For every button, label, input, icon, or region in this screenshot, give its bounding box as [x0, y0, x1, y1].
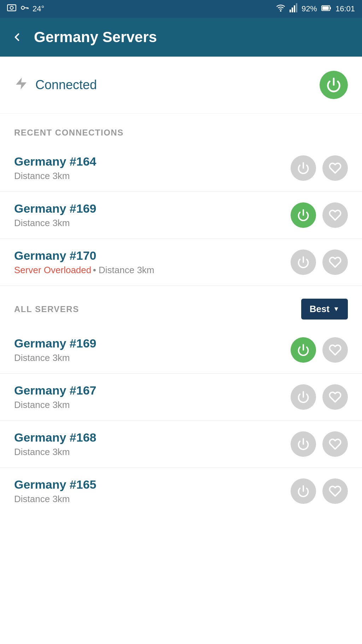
server-info: Germany #170 Server Overloaded • Distanc… [14, 249, 291, 276]
server-actions [291, 202, 348, 228]
svg-rect-7 [290, 10, 291, 12]
server-name: Germany #167 [14, 384, 291, 397]
server-name: Germany #169 [14, 202, 291, 215]
header: Germany Servers [0, 18, 362, 57]
battery-icon [321, 4, 331, 13]
list-item: Germany #169 Distance 3km [0, 192, 362, 239]
wifi-icon [276, 3, 285, 15]
server-info: Germany #165 Distance 3km [14, 478, 291, 505]
svg-rect-9 [294, 5, 295, 12]
recent-connections-label: RECENT CONNECTIONS [0, 114, 362, 145]
status-bar-left: 24° [7, 3, 44, 15]
svg-marker-14 [16, 77, 27, 89]
list-item: Germany #167 Distance 3km [0, 374, 362, 421]
server-name: Germany #168 [14, 431, 291, 444]
header-title: Germany Servers [34, 29, 157, 46]
server-distance: Distance 3km [14, 171, 291, 182]
server-name: Germany #170 [14, 249, 291, 263]
svg-point-1 [10, 6, 13, 10]
time: 16:01 [335, 4, 355, 13]
server-info: Germany #164 Distance 3km [14, 155, 291, 182]
server-actions [291, 155, 348, 181]
server-distance: Distance 3km [14, 399, 291, 410]
connection-status-row: Connected [0, 57, 362, 114]
connect-button[interactable] [291, 478, 316, 504]
status-bar: 24° 92% 16:01 [0, 0, 362, 18]
svg-rect-8 [292, 7, 293, 12]
overloaded-label: Server Overloaded [14, 265, 91, 275]
favorite-button[interactable] [322, 155, 348, 181]
favorite-button[interactable] [322, 249, 348, 275]
lightning-icon [14, 76, 28, 94]
sort-label: Best [310, 304, 329, 315]
all-servers-list: Germany #169 Distance 3km Germany #167 D… [0, 327, 362, 514]
connect-button[interactable] [291, 155, 316, 181]
connect-button[interactable] [291, 202, 316, 228]
server-name: Germany #169 [14, 337, 291, 350]
server-name: Germany #164 [14, 155, 291, 168]
key-icon [20, 3, 29, 15]
svg-rect-0 [7, 5, 16, 11]
battery-pct: 92% [302, 4, 317, 13]
svg-rect-10 [296, 3, 297, 12]
favorite-button[interactable] [322, 478, 348, 504]
server-name: Germany #165 [14, 478, 291, 491]
server-distance: Distance 3km [14, 494, 291, 505]
svg-rect-13 [330, 7, 331, 9]
list-item: Germany #168 Distance 3km [0, 421, 362, 468]
all-servers-header: ALL SERVERS Best ▼ [0, 286, 362, 327]
server-distance: Distance 3km [14, 352, 291, 363]
favorite-button[interactable] [322, 384, 348, 410]
connect-button[interactable] [291, 249, 316, 275]
server-actions [291, 249, 348, 275]
connected-text: Connected [35, 77, 97, 92]
recent-connections-list: Germany #164 Distance 3km Germany #169 D… [0, 145, 362, 286]
connect-button[interactable] [291, 337, 316, 363]
sort-button[interactable]: Best ▼ [301, 299, 348, 320]
status-bar-right: 92% 16:01 [276, 3, 355, 15]
favorite-button[interactable] [322, 202, 348, 228]
favorite-button[interactable] [322, 431, 348, 457]
all-servers-label: ALL SERVERS [14, 304, 79, 314]
server-distance: Distance 3km [14, 218, 291, 229]
server-actions [291, 337, 348, 363]
server-info: Germany #169 Distance 3km [14, 202, 291, 229]
connection-left: Connected [14, 76, 97, 94]
svg-point-6 [280, 11, 281, 11]
server-actions [291, 431, 348, 457]
server-info: Germany #167 Distance 3km [14, 384, 291, 410]
list-item: Germany #169 Distance 3km [0, 327, 362, 374]
favorite-button[interactable] [322, 337, 348, 363]
power-button-main[interactable] [320, 71, 348, 99]
signal-icon [290, 3, 297, 15]
server-distance: Distance 3km [14, 447, 291, 458]
separator: • Distance 3km [93, 265, 154, 275]
connect-button[interactable] [291, 431, 316, 457]
chevron-down-icon: ▼ [333, 305, 339, 313]
list-item: Germany #164 Distance 3km [0, 145, 362, 192]
list-item: Germany #170 Server Overloaded • Distanc… [0, 239, 362, 286]
connect-button[interactable] [291, 384, 316, 410]
server-status-distance: Server Overloaded • Distance 3km [14, 265, 291, 276]
list-item: Germany #165 Distance 3km [0, 468, 362, 514]
svg-rect-12 [322, 6, 329, 10]
svg-point-2 [21, 6, 24, 10]
server-info: Germany #169 Distance 3km [14, 337, 291, 363]
server-actions [291, 478, 348, 504]
server-actions [291, 384, 348, 410]
temperature: 24° [33, 4, 44, 13]
photo-icon [7, 3, 16, 15]
server-info: Germany #168 Distance 3km [14, 431, 291, 458]
back-button[interactable] [11, 31, 23, 44]
